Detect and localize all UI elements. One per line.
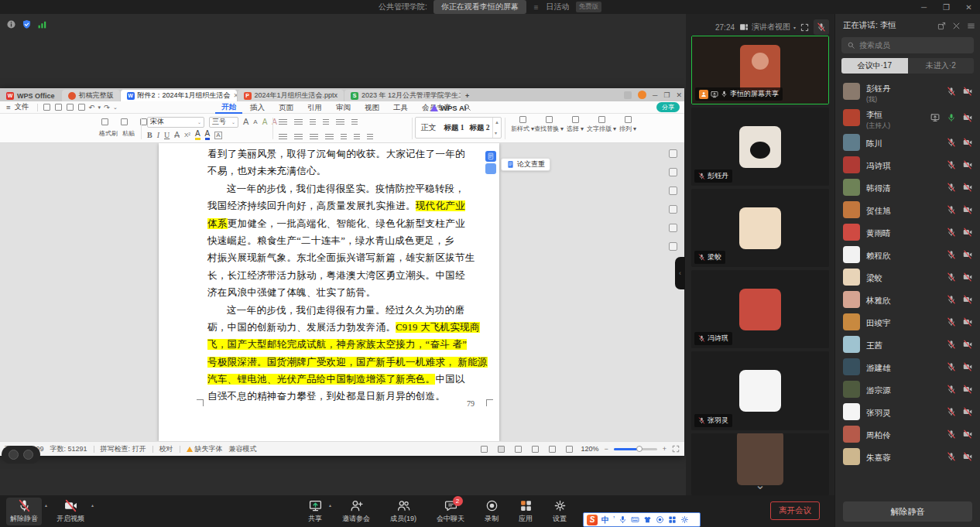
style-gallery-arrows[interactable]: ▲▾ [492,118,501,138]
style-heading1[interactable]: 标题 1 [441,123,467,133]
participant-row[interactable]: 韩得清 [835,176,980,198]
decrease-font-icon[interactable]: A [253,119,257,125]
participant-row[interactable]: 赖程欣 [835,243,980,265]
wps-maximize-button[interactable]: ❐ [663,91,670,99]
input-method-bar[interactable]: S 中 ’ [583,512,701,527]
outline-tool-icon[interactable] [669,187,677,195]
bold-button[interactable]: B [147,132,152,139]
document-tab[interactable]: W 附件2：2024年1月组织生活会✕ [121,90,237,101]
leave-meeting-button[interactable]: 离开会议 [770,501,820,520]
line-spacing-icon[interactable] [341,134,347,140]
text-direction-icon[interactable] [336,119,344,125]
participant-row[interactable]: 张羽灵 [835,400,980,423]
format-painter-icon[interactable] [101,118,108,125]
paper-check-button[interactable]: 论文查重 [501,158,550,171]
tool-1[interactable]: 查找替换 ▾ [536,116,562,133]
member-search[interactable] [841,37,974,53]
participant-row[interactable]: 黄雨晴 [835,221,980,243]
video-thumbnail[interactable]: 冯诗琪 [691,270,829,348]
decrease-indent-icon[interactable] [310,119,316,125]
caret-icon[interactable]: ▲ [328,503,332,508]
ribbon-tab-1[interactable]: 插入 [244,101,271,114]
tool-4[interactable]: 排列 ▾ [615,116,641,133]
zoom-out-button[interactable]: − [604,445,608,453]
document-page[interactable]: 看到了美丽风景，取得了沉甸甸的收获。大家记住了一年的不易，也对未来充满信心。这一… [159,143,499,441]
font-name-select[interactable]: 宋体⌄ [147,117,204,128]
document-tab[interactable]: 初稿完整版 [62,90,120,101]
border-icon[interactable] [367,134,373,140]
participant-row[interactable]: 李恒 (主持人) [835,104,980,131]
superscript-button[interactable]: X² [184,132,190,139]
participant-row[interactable]: 冯诗琪 [835,153,980,176]
participant-row[interactable]: 林雅欣 [835,288,980,310]
ribbon-tab-4[interactable]: 审阅 [330,101,357,114]
soft-keyboard-icon[interactable] [631,515,639,524]
comment-tool-icon[interactable] [669,149,677,158]
status-seg-2[interactable]: 拼写检查: 打开 [101,444,146,454]
participant-row[interactable]: 游建雄 [835,355,980,378]
numbered-list-icon[interactable] [294,119,303,125]
document-tab[interactable]: P 2024年1月组织生活会.pptx [238,90,344,101]
status-seg-3[interactable]: 校对 [159,444,173,454]
skin-icon[interactable] [643,515,652,524]
topbar-mic-muted-icon[interactable] [814,19,829,35]
view-mode-button[interactable]: 演讲者视图 ▾ [739,22,796,33]
document-tab[interactable]: S 2023 年 12月公共管理学院学生二支 [344,90,461,101]
record-button[interactable]: 录制 [481,498,502,525]
strip-collapse-handle[interactable]: ‹ [675,257,685,289]
ribbon-tab-6[interactable]: 工具 [387,101,414,114]
participant-row[interactable]: 游宗源 [835,378,980,400]
align-right-icon[interactable] [310,134,318,140]
tool-0[interactable]: 新样式 ▾ [509,116,536,133]
tab-not-joined[interactable]: 未进入·2 [908,58,975,74]
caret-icon[interactable]: ▲ [91,503,94,508]
settings-tool-icon[interactable] [669,242,677,251]
redo-caret-icon[interactable]: ⌄ [113,104,118,111]
maximize-button[interactable]: ❐ [935,0,958,14]
minimize-button[interactable]: ─ [913,0,935,14]
history-tool-icon[interactable] [669,205,677,214]
zoom-in-button[interactable]: + [663,445,666,453]
image-tool-icon[interactable] [669,224,677,232]
paste-icon[interactable] [121,118,128,125]
align-left-icon[interactable] [279,134,287,140]
text-effects-icon[interactable]: A [262,118,268,126]
panel-close-icon[interactable] [952,22,961,30]
voice-input-icon[interactable] [618,515,627,524]
status-seg-4[interactable]: 缺失字体 [187,444,223,454]
panel-unmute-button[interactable]: 解除静音 [843,501,972,522]
participant-row[interactable]: 陈川 [835,131,980,153]
video-thumbnail[interactable]: 张羽灵 [691,351,829,430]
participant-row[interactable]: 周柏伶 [835,423,980,445]
read-view-icon[interactable] [532,446,539,453]
justify-icon[interactable] [325,134,334,140]
zoom-slider[interactable] [614,448,657,450]
align-center-icon[interactable] [294,134,303,140]
style-heading2[interactable]: 标题 2 [467,123,492,133]
outline-view-icon[interactable] [515,446,522,453]
doc-share-button[interactable]: 分享 [656,102,680,112]
zoom-level[interactable]: 120% [581,445,598,453]
video-thumbnail[interactable]: 李恒的屏幕共享 [691,36,829,104]
desktop-floating-widget[interactable] [2,446,40,464]
status-seg-5[interactable]: 兼容模式 [229,444,257,454]
participant-row[interactable]: 田竣宇 [835,310,980,333]
tool-3[interactable]: 文字排版 ▾ [588,116,615,133]
ai-assist-icon[interactable] [485,151,496,162]
ime-settings-icon[interactable] [680,515,689,524]
participant-row[interactable]: 梁蛟 [835,265,980,288]
close-button[interactable]: ✕ [958,0,980,14]
paragraph-mark-icon[interactable] [351,119,358,125]
participant-row[interactable]: 贺佳旭 [835,198,980,221]
italic-button[interactable]: I [157,132,159,139]
settings-button[interactable]: 设置 [549,498,571,525]
message-icon[interactable] [624,91,632,99]
ribbon-tab-3[interactable]: 引用 [301,101,328,114]
participant-row[interactable]: 王茜 [835,333,980,355]
new-tab-button[interactable]: + [461,90,473,101]
cam-off-button[interactable]: 开启视频▲ [53,498,88,525]
edit-tool-icon[interactable] [669,168,677,176]
paste-button[interactable]: 粘贴 [122,129,135,138]
tab-in-meeting[interactable]: 会议中·17 [841,58,908,74]
account-avatar[interactable] [638,91,646,99]
